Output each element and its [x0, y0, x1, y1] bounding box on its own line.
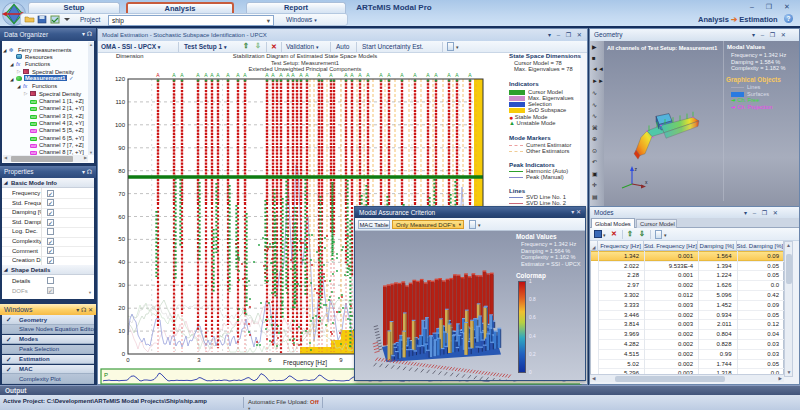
svg-text:40: 40: [118, 259, 125, 265]
svg-text:A: A: [426, 72, 430, 78]
svg-text:110: 110: [115, 99, 125, 105]
svg-text:Frequency [Hz]: Frequency [Hz]: [283, 359, 327, 367]
svg-text:P: P: [104, 372, 108, 378]
svg-text:A: A: [226, 72, 230, 78]
svg-text:A: A: [204, 72, 208, 78]
svg-text:0: 0: [122, 351, 126, 357]
svg-text:120: 120: [115, 76, 126, 82]
svg-text:Stabilization Diagram of Estim: Stabilization Diagram of Estimated State…: [233, 53, 377, 59]
svg-text:A: A: [286, 72, 290, 78]
svg-text:A: A: [236, 72, 240, 78]
svg-text:70: 70: [118, 191, 125, 197]
svg-text:A: A: [329, 72, 333, 78]
svg-text:A: A: [317, 72, 321, 78]
svg-text:A: A: [210, 72, 214, 78]
svg-text:A: A: [271, 72, 275, 78]
svg-text:A: A: [379, 72, 383, 78]
svg-text:60: 60: [118, 214, 125, 220]
svg-text:6: 6: [268, 357, 272, 363]
svg-text:A: A: [468, 72, 472, 78]
svg-text:3: 3: [197, 357, 201, 363]
svg-text:A: A: [279, 72, 283, 78]
svg-text:A: A: [156, 72, 160, 78]
svg-text:A: A: [447, 72, 451, 78]
svg-text:A: A: [291, 72, 295, 78]
svg-text:A: A: [400, 72, 404, 78]
svg-text:A: A: [305, 72, 309, 78]
svg-text:90: 90: [118, 145, 125, 151]
svg-text:A: A: [216, 72, 220, 78]
svg-text:Extended Unweighted Principal: Extended Unweighted Principal Components: [249, 66, 362, 72]
svg-text:A: A: [413, 72, 417, 78]
svg-text:A: A: [243, 72, 247, 78]
svg-text:A: A: [358, 72, 362, 78]
svg-text:A: A: [180, 72, 184, 78]
svg-text:20: 20: [118, 305, 125, 311]
svg-text:Dimension: Dimension: [116, 53, 143, 59]
svg-text:A: A: [299, 72, 303, 78]
svg-text:A: A: [434, 72, 438, 78]
svg-text:10: 10: [118, 328, 125, 334]
svg-text:100: 100: [115, 122, 126, 128]
svg-text:0: 0: [126, 357, 130, 363]
svg-text:A: A: [366, 72, 370, 78]
svg-text:30: 30: [118, 282, 125, 288]
svg-text:A: A: [344, 72, 348, 78]
svg-text:A: A: [265, 72, 269, 78]
svg-text:z: z: [635, 166, 638, 172]
svg-text:A: A: [196, 72, 200, 78]
svg-text:x: x: [645, 179, 648, 185]
svg-text:80: 80: [118, 168, 125, 174]
svg-text:A: A: [387, 72, 391, 78]
svg-text:A: A: [350, 72, 354, 78]
svg-text:A: A: [172, 72, 176, 78]
svg-text:A: A: [455, 72, 459, 78]
svg-text:50: 50: [118, 236, 125, 242]
svg-text:9: 9: [339, 357, 343, 363]
svg-text:Test Setup: Measurement1: Test Setup: Measurement1: [271, 60, 339, 66]
